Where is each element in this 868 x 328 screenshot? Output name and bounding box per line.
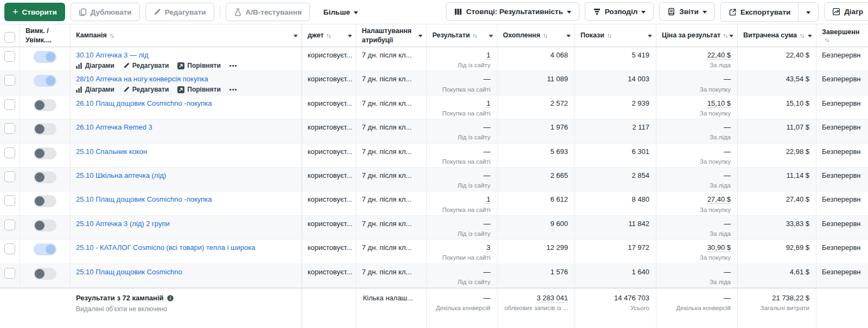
chevron-down-icon[interactable]: [566, 35, 571, 37]
sort-icon[interactable]: [607, 32, 611, 40]
campaign-cell: 25.10 Спальник кокон: [71, 144, 302, 167]
sort-icon[interactable]: [473, 32, 477, 40]
reach-cell: 6 612: [497, 191, 575, 215]
footer-cost-cell: — Декілька конверсій: [656, 288, 738, 328]
export-options-button[interactable]: [799, 3, 818, 21]
reports-button[interactable]: Звіти: [659, 2, 714, 21]
charts-action[interactable]: Діаграми: [76, 62, 114, 69]
column-header-reach[interactable]: Охоплення: [497, 24, 575, 47]
footer-reach-cell: 3 283 041 облікових записів із ...: [497, 288, 575, 328]
row-toggle-cell: [20, 240, 71, 263]
campaign-name-link[interactable]: 25.10 Аптечка 3 (лід) 2 групи: [76, 220, 296, 228]
chevron-down-icon[interactable]: [808, 35, 812, 37]
sort-icon[interactable]: [110, 32, 114, 40]
row-checkbox[interactable]: [4, 243, 15, 254]
campaign-name-link[interactable]: 26.10 Плащ дощовик Cosmichno -покупка: [76, 99, 296, 107]
more-actions-icon[interactable]: [229, 86, 238, 93]
column-header-campaign[interactable]: Кампанія: [71, 24, 302, 47]
campaign-toggle[interactable]: [34, 195, 56, 207]
export-button[interactable]: Експортувати: [721, 3, 799, 21]
cost-per-result-cell: — За ліда: [656, 264, 738, 287]
campaign-toggle[interactable]: [34, 99, 56, 111]
compare-action[interactable]: Порівняти: [177, 86, 221, 93]
campaign-name-link[interactable]: 30.10 Аптечка 3 — лід: [76, 51, 296, 59]
select-all-checkbox[interactable]: [4, 32, 15, 43]
breakdown-button[interactable]: Розподіл: [585, 2, 654, 21]
campaign-name-link[interactable]: 25.10 Шкільна аптечка (лід): [76, 171, 296, 179]
column-header-amount-spent[interactable]: Витрачена сума: [738, 24, 816, 47]
row-checkbox[interactable]: [4, 195, 15, 206]
result-type-label: Покупка на сайті: [432, 86, 490, 93]
column-header-impressions[interactable]: Покази: [575, 24, 656, 47]
campaign-name-link[interactable]: 28/10 Аптечка на ногу конверсія покупка: [76, 75, 296, 83]
ends-cell: Безперервн: [816, 95, 868, 119]
sort-icon[interactable]: [800, 32, 804, 40]
row-checkbox[interactable]: [4, 171, 15, 182]
budget-cell: користовуєт...: [302, 216, 356, 239]
charts-action[interactable]: Діаграми: [76, 86, 114, 93]
cost-per-result-cell: 27,40 $ За покупку: [656, 191, 738, 215]
header-checkbox-cell: [0, 24, 20, 47]
columns-button[interactable]: Стовпці: Результативність: [446, 2, 579, 21]
campaign-name-link[interactable]: 25.10 Плащ дощовик Cosmichno: [76, 268, 296, 276]
more-button[interactable]: Більше: [315, 3, 366, 21]
row-checkbox[interactable]: [4, 75, 15, 86]
create-button[interactable]: Створити: [4, 3, 65, 21]
campaign-toggle[interactable]: [34, 243, 56, 255]
row-checkbox[interactable]: [4, 268, 15, 279]
row-checkbox[interactable]: [4, 123, 15, 134]
toggle-knob: [35, 196, 44, 206]
attribution-cell: 7 дн. після кл...: [356, 71, 427, 94]
campaign-toggle[interactable]: [34, 171, 56, 183]
campaign-name-link[interactable]: 25.10 - КАТАЛОГ Cosmicno (всі товари) те…: [76, 243, 296, 252]
result-type-label: Покупка на сайті: [432, 158, 490, 165]
duplicate-button[interactable]: Дублювати: [71, 3, 140, 21]
column-header-budget[interactable]: джет: [302, 24, 356, 47]
sort-icon[interactable]: [723, 32, 727, 40]
row-checkbox[interactable]: [4, 51, 15, 62]
sort-icon[interactable]: [825, 36, 829, 44]
column-header-cost-per-result[interactable]: Ціна за результат: [656, 24, 738, 47]
edit-action[interactable]: Редагувати: [123, 86, 169, 93]
campaign-toggle[interactable]: [34, 220, 56, 231]
chevron-down-icon[interactable]: [729, 35, 733, 37]
ends-cell: Безперервн: [816, 144, 868, 167]
edit-action[interactable]: Редагувати: [123, 62, 169, 69]
campaign-cell: 28/10 Аптечка на ногу конверсія покупка …: [71, 71, 302, 94]
reach-cell: 9 600: [497, 216, 575, 239]
column-header-toggle[interactable]: Вимк. / Увімк....: [20, 24, 71, 47]
ab-test-button[interactable]: А/В-тестування: [226, 3, 310, 21]
row-checkbox[interactable]: [4, 147, 15, 158]
edit-button[interactable]: Редагувати: [145, 3, 214, 21]
campaign-toggle[interactable]: [34, 75, 56, 87]
table-row: 30.10 Аптечка 3 — лід Діаграми Редагуват…: [0, 47, 868, 71]
chevron-down-icon[interactable]: [293, 35, 298, 37]
column-header-attribution[interactable]: Налаштування атрибуції: [356, 24, 427, 47]
row-checkbox[interactable]: [4, 220, 15, 230]
row-toggle-cell: [20, 168, 71, 191]
chevron-down-icon[interactable]: [648, 35, 652, 37]
compare-action[interactable]: Порівняти: [177, 62, 221, 69]
campaign-toggle[interactable]: [34, 51, 56, 63]
chevron-down-icon[interactable]: [418, 35, 423, 37]
column-header-ends[interactable]: Завершенн: [816, 24, 868, 47]
row-checkbox[interactable]: [4, 99, 15, 110]
results-cell: — Покупка на сайті: [427, 144, 497, 167]
chevron-down-icon[interactable]: [348, 35, 352, 37]
table-row: 28/10 Аптечка на ногу конверсія покупка …: [0, 71, 868, 95]
campaign-toggle[interactable]: [34, 147, 56, 159]
campaign-name-link[interactable]: 26.10 Аптечка Remed 3: [76, 123, 296, 131]
charts-button[interactable]: Діагр: [824, 2, 868, 21]
more-actions-icon[interactable]: [229, 62, 238, 69]
sort-icon[interactable]: [327, 32, 331, 40]
campaign-name-link[interactable]: 25.10 Спальник кокон: [76, 147, 296, 156]
footer-spent-cell: 21 738,22 $ Загальні витрати: [738, 288, 816, 328]
info-icon[interactable]: [167, 294, 174, 302]
campaign-toggle[interactable]: [34, 268, 56, 280]
campaign-name-link[interactable]: 25.10 Плащ дощовик Cosmichno -покупка: [76, 195, 296, 203]
toggle-knob: [35, 100, 44, 110]
column-header-results[interactable]: Результати: [427, 24, 497, 47]
campaign-toggle[interactable]: [34, 123, 56, 135]
chevron-down-icon[interactable]: [489, 35, 493, 37]
sort-icon[interactable]: [543, 32, 547, 40]
